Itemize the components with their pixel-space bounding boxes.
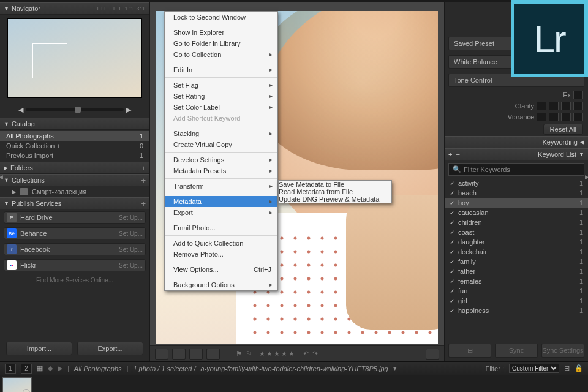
sync-settings-button[interactable]: Sync Settings <box>541 344 584 358</box>
navigator-header[interactable]: ▼ Navigator FIT FILL 1:1 3:1 <box>0 2 149 15</box>
publish-service-row[interactable]: BēBehanceSet Up... <box>4 227 146 239</box>
menu-item[interactable]: Email Photo... <box>165 222 277 233</box>
sync-button[interactable]: Sync <box>495 344 538 358</box>
keyword-row[interactable]: ✓girl1 <box>445 296 588 306</box>
keyword-row[interactable]: ✓females1 <box>445 276 588 286</box>
menu-item[interactable]: Show in Explorer <box>165 27 277 38</box>
keyword-row[interactable]: ✓fun1 <box>445 286 588 296</box>
catalog-row[interactable]: Previous Import1 <box>0 151 149 160</box>
remove-icon[interactable]: − <box>456 151 459 158</box>
filter-lock-icon[interactable]: 🔓 <box>575 364 583 372</box>
menu-item[interactable]: Edit In <box>165 64 277 75</box>
keywording-header[interactable]: Keywording ◀ <box>445 136 588 148</box>
navigator-zoom-slider[interactable]: ◀ ▶ <box>0 102 149 118</box>
menu-item[interactable]: Stacking <box>165 128 277 139</box>
keyword-row[interactable]: ✓beach1 <box>445 188 588 198</box>
setup-link[interactable]: Set Up... <box>119 230 143 237</box>
reset-all-button[interactable]: Reset All <box>543 124 583 135</box>
filmstrip[interactable] <box>0 375 588 392</box>
catalog-row[interactable]: Quick Collection +0 <box>0 141 149 151</box>
grid-view-icon[interactable] <box>155 349 168 360</box>
setup-link[interactable]: Set Up... <box>119 246 143 253</box>
filter-select[interactable]: Custom Filter <box>509 364 559 373</box>
breadcrumb-source[interactable]: All Photographs <box>74 365 122 372</box>
add-icon[interactable]: + <box>448 151 452 158</box>
publish-service-row[interactable]: ••FlickrSet Up... <box>4 259 146 271</box>
rotate-left-icon[interactable]: ↶ <box>303 350 309 358</box>
prev-icon[interactable]: ◆ <box>48 364 53 372</box>
toolbar-menu-icon[interactable] <box>426 349 439 360</box>
folders-header[interactable]: ▶ Folders + <box>0 162 149 174</box>
next-icon[interactable]: ▶ <box>58 364 62 372</box>
keyword-row[interactable]: ✓caucasian1 <box>445 208 588 217</box>
menu-item[interactable]: Lock to Second Window <box>165 12 277 23</box>
page-2[interactable]: 2 <box>21 364 32 374</box>
keyword-row[interactable]: ✓daughter1 <box>445 237 588 247</box>
chevron-down-icon: ▼ <box>4 200 9 206</box>
add-icon[interactable]: + <box>141 164 146 173</box>
page-1[interactable]: 1 <box>5 364 16 374</box>
keyword-row[interactable]: ✓children1 <box>445 217 588 227</box>
add-icon[interactable]: + <box>141 199 146 208</box>
filmstrip-thumbnail[interactable] <box>2 377 32 392</box>
menu-item[interactable]: View Options...Ctrl+J <box>165 264 277 275</box>
menu-item[interactable]: Save Metadata to File <box>279 181 391 188</box>
sync-toggle-icon[interactable]: ⊟ <box>448 344 491 358</box>
menu-item[interactable]: Develop Settings <box>165 154 277 165</box>
add-icon[interactable]: + <box>141 176 146 185</box>
navigator-zoom-modes[interactable]: FIT FILL 1:1 3:1 <box>97 6 146 12</box>
navigator-title: Navigator <box>12 5 40 12</box>
export-button[interactable]: Export... <box>77 342 143 355</box>
import-button[interactable]: Import... <box>6 342 72 355</box>
publish-service-row[interactable]: ⊟Hard DriveSet Up... <box>4 211 146 224</box>
menu-item[interactable]: Go to Collection <box>165 49 277 60</box>
menu-item[interactable]: Metadata Presets <box>165 165 277 176</box>
navigator-thumbnail[interactable] <box>7 18 142 98</box>
keyword-row[interactable]: ✓boy1 <box>445 198 588 208</box>
collection-item[interactable]: ▶ Смарт-коллекция <box>0 186 149 197</box>
publish-header[interactable]: ▼ Publish Services + <box>0 197 149 209</box>
filter-options-icon[interactable]: ⊟ <box>564 364 570 372</box>
collapse-right-icon[interactable]: ▶ <box>585 174 588 180</box>
keyword-row[interactable]: ✓happiness1 <box>445 306 588 315</box>
menu-item[interactable]: Remove Photo... <box>165 249 277 260</box>
flag-reject-icon[interactable]: ⚐ <box>246 350 252 358</box>
catalog-header[interactable]: ▼ Catalog <box>0 118 149 130</box>
chevron-left-icon[interactable]: ◀ <box>18 106 23 114</box>
keyword-row[interactable]: ✓family1 <box>445 257 588 266</box>
setup-link[interactable]: Set Up... <box>119 262 143 269</box>
menu-item[interactable]: Set Rating <box>165 91 277 102</box>
filter-keywords-input[interactable]: 🔍 Filter Keywords <box>448 163 584 176</box>
compare-view-icon[interactable] <box>189 349 203 360</box>
chevron-right-icon[interactable]: ▶ <box>126 106 131 114</box>
find-more-link[interactable]: Find More Services Online... <box>0 273 149 287</box>
keyword-list-header[interactable]: +− Keyword List ▼ <box>445 148 588 160</box>
survey-view-icon[interactable] <box>206 349 220 360</box>
keyword-row[interactable]: ✓deckchair1 <box>445 247 588 257</box>
menu-item[interactable]: Create Virtual Copy <box>165 139 277 150</box>
menu-item[interactable]: Transform <box>165 181 277 192</box>
menu-item[interactable]: Read Metadata from File <box>279 188 391 195</box>
rotate-right-icon[interactable]: ↷ <box>312 350 318 358</box>
menu-item[interactable]: Export <box>165 207 277 218</box>
collapse-left-icon[interactable]: ◀ <box>0 174 3 180</box>
setup-link[interactable]: Set Up... <box>119 214 143 221</box>
keyword-row[interactable]: ✓coast1 <box>445 227 588 237</box>
rating-stars[interactable]: ★★★★★ <box>259 350 296 358</box>
menu-item[interactable]: Metadata <box>165 196 277 207</box>
keyword-row[interactable]: ✓activity1 <box>445 178 588 188</box>
catalog-row[interactable]: All Photographs1 <box>0 131 149 141</box>
loupe-view-icon[interactable] <box>172 349 186 360</box>
menu-item[interactable]: Background Options <box>165 279 277 290</box>
menu-item[interactable]: Set Flag <box>165 80 277 91</box>
flag-icon[interactable]: ⚑ <box>236 350 242 358</box>
grid-icon[interactable]: ▦ <box>37 364 43 372</box>
breadcrumb-filename[interactable]: a-young-family-with-two-toddler-children… <box>201 365 388 372</box>
publish-service-row[interactable]: fFacebookSet Up... <box>4 243 146 255</box>
facebook-icon: f <box>7 244 17 254</box>
keyword-row[interactable]: ✓father1 <box>445 266 588 276</box>
menu-item[interactable]: Set Color Label <box>165 102 277 113</box>
menu-item[interactable]: Go to Folder in Library <box>165 38 277 49</box>
menu-item[interactable]: Add to Quick Collection <box>165 238 277 249</box>
collections-header[interactable]: ▼ Collections + <box>0 174 149 186</box>
